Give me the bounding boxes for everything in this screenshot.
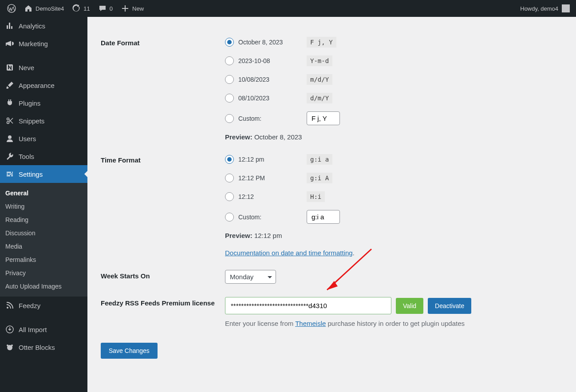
svg-point-4 [8,135,12,139]
sidebar-item-plugins[interactable]: Plugins [0,94,87,112]
time-preview-value: 12:12 pm [254,232,282,239]
submenu-media[interactable]: Media [0,240,87,253]
date-opt-2[interactable]: 2023-10-08 [225,56,300,65]
date-opt-code: Y-m-d [307,55,332,66]
date-radio-2[interactable] [225,56,234,65]
howdy-text: Howdy, demo4 [520,5,558,12]
refresh-icon [72,4,81,13]
time-custom-label: Custom: [238,214,300,221]
sidebar-item-allimport[interactable]: All Import [0,321,87,338]
date-radio-custom[interactable] [225,114,234,123]
sidebar-label: Tools [19,153,34,160]
sidebar-item-marketing[interactable]: Marketing [0,35,87,52]
license-input[interactable] [225,297,391,314]
time-radio-custom[interactable] [225,213,234,222]
wp-logo[interactable] [4,0,20,17]
sidebar-item-snippets[interactable]: Snippets [0,112,87,130]
sidebar-label: Snippets [19,117,44,125]
license-heading: Feedzy RSS Feeds Premium license [101,290,221,334]
date-opt-label: 10/08/2023 [238,76,300,83]
submenu-writing[interactable]: Writing [0,200,87,213]
brush-icon [5,81,14,90]
date-radio-3[interactable] [225,75,234,84]
time-radio-1[interactable] [225,155,234,164]
submenu-discussion[interactable]: Discussion [0,226,87,240]
time-opt-code: H:i [307,191,325,202]
date-radio-4[interactable] [225,94,234,103]
sidebar-label: Marketing [19,40,48,48]
sidebar-label: Otter Blocks [19,344,55,351]
date-opt-1[interactable]: October 8, 2023 [225,38,300,47]
sidebar-item-otter[interactable]: Otter Blocks [0,338,87,356]
topbar-new[interactable]: New [117,0,147,17]
sidebar-item-analytics[interactable]: Analytics [0,17,87,35]
date-opt-code: d/m/Y [307,93,332,103]
week-select[interactable]: Monday [225,270,276,284]
date-opt-3[interactable]: 10/08/2023 [225,75,300,84]
sidebar-label: Neve [19,64,34,71]
sidebar-item-users[interactable]: Users [0,130,87,147]
main-content: Date Format October 8, 2023F j, Y 2023-1… [87,17,576,392]
date-opt-label: 08/10/2023 [238,95,300,102]
date-radio-1[interactable] [225,38,234,47]
submenu-auto-upload[interactable]: Auto Upload Images [0,280,87,293]
avatar [562,4,570,12]
sidebar-item-settings[interactable]: Settings [0,165,87,183]
date-custom-input[interactable] [307,111,340,125]
sidebar-label: Feedzy [19,302,40,309]
topbar-comments[interactable]: 0 [95,0,116,17]
time-opt-1[interactable]: 12:12 pm [225,155,300,164]
time-opt-label: 12:12 PM [238,174,300,182]
date-opt-code: F j, Y [307,37,336,48]
time-opt-3[interactable]: 12:12 [225,192,300,201]
week-heading: Week Starts On [101,263,221,290]
submenu-general[interactable]: General [0,186,87,200]
time-radio-2[interactable] [225,174,234,182]
submenu-privacy[interactable]: Privacy [0,266,87,280]
sidebar-item-appearance[interactable]: Appearance [0,76,87,94]
time-custom-input[interactable] [307,210,340,224]
date-opt-code: m/d/Y [307,74,332,85]
doc-link[interactable]: Documentation on date and time formattin… [225,249,353,257]
otter-icon [5,343,14,352]
time-opt-custom[interactable]: Custom: [225,213,300,222]
wrench-icon [5,152,14,161]
sidebar-label: All Import [19,326,47,333]
comment-icon [98,4,107,13]
topbar-site[interactable]: DemoSite4 [20,0,67,17]
sidebar-label: Settings [19,170,43,178]
svg-point-8 [7,344,8,346]
date-preview-label: Preview: [225,133,252,141]
sidebar-label: Users [19,135,36,143]
time-opt-label: 12:12 [238,193,300,200]
sidebar-item-neve[interactable]: Neve [0,59,87,76]
topbar-updates[interactable]: 11 [68,0,93,17]
save-button[interactable]: Save Changes [101,343,158,359]
sidebar-item-tools[interactable]: Tools [0,147,87,165]
time-opt-2[interactable]: 12:12 PM [225,174,300,182]
submenu-reading[interactable]: Reading [0,213,87,226]
themeisle-link[interactable]: Themeisle [295,320,326,327]
topbar-account[interactable]: Howdy, demo4 [520,4,572,12]
user-icon [5,134,14,143]
sliders-icon [5,170,14,178]
admin-sidebar: Analytics Marketing Neve Appearance Plug… [0,17,87,392]
date-opt-custom[interactable]: Custom: [225,114,300,123]
date-opt-label: 2023-10-08 [238,57,300,64]
date-opt-4[interactable]: 08/10/2023 [225,94,300,103]
svg-point-5 [7,307,8,309]
date-opt-label: October 8, 2023 [238,39,300,46]
comments-count: 0 [110,5,113,12]
time-radio-3[interactable] [225,192,234,201]
valid-button[interactable]: Valid [396,298,423,314]
sidebar-label: Plugins [19,99,40,107]
sidebar-item-feedzy[interactable]: Feedzy [0,297,87,314]
plus-icon [121,4,130,13]
deactivate-button[interactable]: Deactivate [428,298,471,314]
svg-point-9 [11,344,13,346]
wordpress-icon [7,4,16,13]
date-format-heading: Date Format [101,30,221,147]
scissors-icon [5,116,14,125]
admin-topbar: DemoSite4 11 0 New Howdy, demo4 [0,0,576,17]
submenu-permalinks[interactable]: Permalinks [0,253,87,266]
